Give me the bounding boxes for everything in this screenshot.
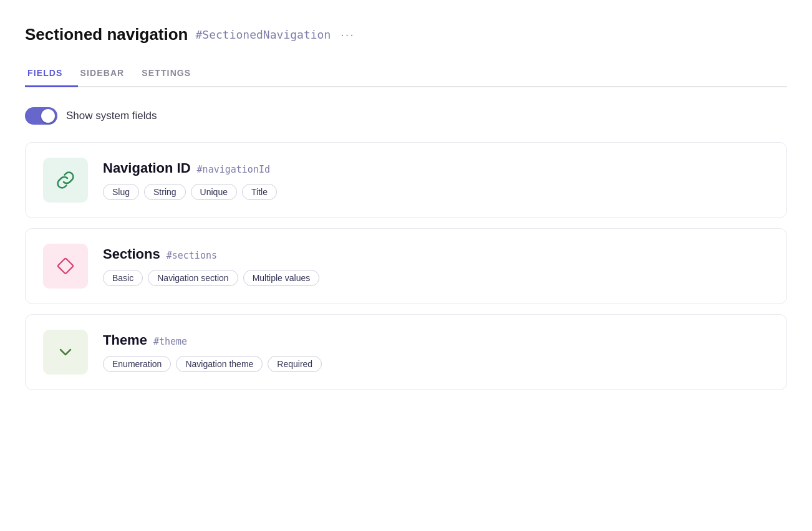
field-tag: Multiple values (243, 270, 320, 286)
field-hash: #theme (153, 336, 187, 347)
diamond-icon (43, 244, 88, 289)
page-title: Sectioned navigation (25, 25, 188, 44)
field-tags: Slug String Unique Title (103, 184, 769, 200)
field-tag: Enumeration (103, 356, 171, 372)
field-tag: String (144, 184, 186, 200)
field-card-sections: Sections #sections Basic Navigation sect… (25, 228, 787, 304)
tab-sidebar[interactable]: SIDEBAR (78, 62, 140, 87)
field-name-row: Theme #theme (103, 332, 769, 348)
field-card-navigation-id: Navigation ID #navigationId Slug String … (25, 142, 787, 218)
field-content-navigation-id: Navigation ID #navigationId Slug String … (103, 160, 769, 200)
field-tags: Basic Navigation section Multiple values (103, 270, 769, 286)
field-name: Navigation ID (103, 160, 191, 176)
field-name: Sections (103, 246, 160, 262)
field-card-theme: Theme #theme Enumeration Navigation them… (25, 314, 787, 390)
field-tag: Required (268, 356, 322, 372)
field-content-sections: Sections #sections Basic Navigation sect… (103, 246, 769, 286)
tab-settings[interactable]: SETTINGS (139, 62, 206, 87)
tab-fields[interactable]: FIELDS (25, 62, 78, 87)
toggle-thumb (41, 109, 55, 123)
tabs: FIELDS SIDEBAR SETTINGS (25, 62, 787, 87)
toggle-track (25, 107, 57, 125)
field-tag: Navigation theme (176, 356, 263, 372)
field-tag: Navigation section (148, 270, 238, 286)
chevron-down-icon (43, 330, 88, 375)
field-hash: #navigationId (197, 164, 270, 175)
svg-rect-0 (57, 258, 73, 274)
field-hash: #sections (167, 250, 217, 261)
toggle-label: Show system fields (66, 110, 157, 122)
page-header: Sectioned navigation #SectionedNavigatio… (25, 25, 787, 44)
field-name: Theme (103, 332, 147, 348)
page-hash: #SectionedNavigation (196, 28, 331, 41)
link-icon (43, 158, 88, 203)
field-content-theme: Theme #theme Enumeration Navigation them… (103, 332, 769, 372)
more-icon[interactable]: ··· (341, 27, 355, 42)
field-tag: Title (242, 184, 277, 200)
field-name-row: Sections #sections (103, 246, 769, 262)
field-tag: Basic (103, 270, 143, 286)
show-system-fields-toggle[interactable] (25, 107, 57, 125)
field-name-row: Navigation ID #navigationId (103, 160, 769, 176)
field-tag: Unique (191, 184, 237, 200)
toggle-row: Show system fields (25, 107, 787, 125)
field-tag: Slug (103, 184, 139, 200)
field-tags: Enumeration Navigation theme Required (103, 356, 769, 372)
